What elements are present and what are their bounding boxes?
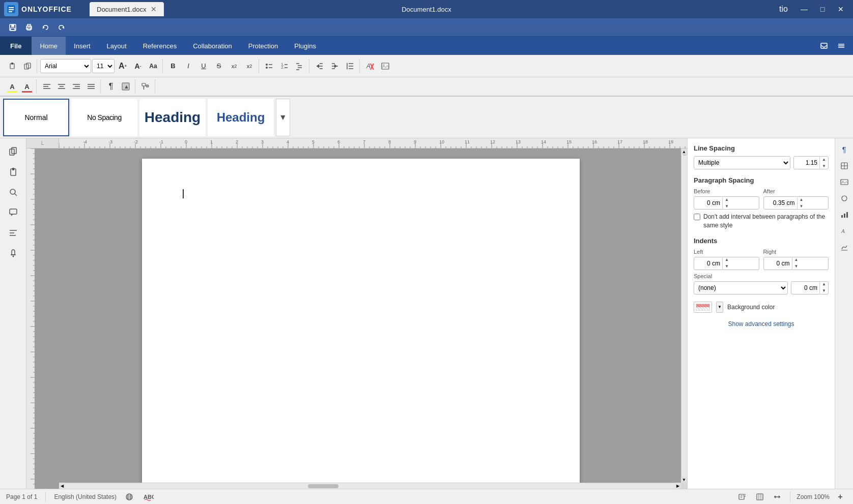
redo-button[interactable] — [54, 20, 69, 35]
numbering-button[interactable]: 1.2. — [277, 59, 292, 73]
search-sidebar-btn[interactable] — [4, 183, 22, 201]
increase-indent-button[interactable] — [328, 59, 342, 73]
menu-home[interactable]: Home — [32, 37, 66, 55]
menu-protection[interactable]: Protection — [240, 37, 287, 55]
save-button[interactable] — [5, 20, 20, 35]
after-up-button[interactable]: ▲ — [798, 196, 806, 203]
minimize-button[interactable]: — — [796, 2, 812, 16]
sidebar-copy-btn[interactable] — [4, 142, 22, 161]
style-heading2[interactable]: Heading — [208, 99, 274, 136]
font-name-select[interactable]: Arial — [40, 59, 91, 73]
menu-file[interactable]: File — [0, 37, 32, 55]
shading-button[interactable]: ▲ — [119, 79, 133, 94]
indent-left-up-button[interactable]: ▲ — [723, 257, 731, 263]
right-sidebar-shape-btn[interactable] — [837, 191, 851, 205]
doc-close-button[interactable]: ✕ — [151, 5, 157, 13]
special-up-button[interactable]: ▲ — [820, 281, 828, 288]
underline-button[interactable]: U — [196, 59, 211, 73]
open-location-button[interactable] — [816, 39, 832, 53]
language-label[interactable]: English (United States) — [54, 493, 117, 500]
show-advanced-link[interactable]: Show advanced settings — [728, 320, 794, 328]
right-sidebar-para-btn[interactable]: ¶ — [837, 142, 851, 157]
strikethrough-button[interactable]: S — [212, 59, 226, 73]
align-right-button[interactable] — [69, 79, 83, 94]
after-down-button[interactable]: ▼ — [798, 203, 806, 210]
change-case-button[interactable]: Aa — [146, 59, 160, 73]
indent-right-down-button[interactable]: ▼ — [792, 263, 801, 270]
fit-to-page-button[interactable] — [753, 491, 766, 502]
hscroll-thumb[interactable] — [308, 484, 338, 488]
hscroll-right-arrow[interactable]: ▶ — [675, 483, 681, 489]
before-up-button[interactable]: ▲ — [723, 196, 731, 203]
justify-button[interactable] — [84, 79, 98, 94]
copy-button[interactable] — [20, 59, 35, 73]
page-container[interactable] — [35, 149, 687, 489]
clear-format-button[interactable]: A — [363, 59, 377, 73]
menu-insert[interactable]: Insert — [66, 37, 99, 55]
print-button[interactable] — [21, 20, 37, 35]
increase-font-button[interactable]: A+ — [116, 59, 130, 73]
menu-layout[interactable]: Layout — [99, 37, 135, 55]
indent-right-field[interactable] — [764, 260, 792, 267]
indent-left-field[interactable] — [694, 260, 722, 267]
right-sidebar-text-btn[interactable]: A — [837, 224, 851, 238]
style-nospacing[interactable]: No Spacing — [71, 99, 137, 136]
style-heading1[interactable]: Heading — [139, 99, 206, 136]
italic-button[interactable]: I — [181, 59, 195, 73]
styles-expand-button[interactable]: ▼ — [276, 99, 290, 136]
decrease-indent-button[interactable] — [312, 59, 327, 73]
right-sidebar-image-btn[interactable] — [837, 175, 851, 189]
indent-left-down-button[interactable]: ▼ — [723, 263, 731, 270]
comments-btn[interactable] — [4, 203, 22, 222]
line-spacing-value-field[interactable] — [794, 159, 819, 166]
document-page[interactable] — [142, 159, 580, 489]
line-spacing-down-button[interactable]: ▼ — [820, 163, 828, 169]
close-button[interactable]: ✕ — [833, 2, 849, 16]
undo-button[interactable] — [38, 20, 53, 35]
line-spacing-up-button[interactable]: ▲ — [820, 156, 828, 163]
special-select[interactable]: (none) — [694, 281, 788, 294]
restore-button[interactable]: □ — [814, 2, 831, 16]
fit-width-button[interactable] — [771, 491, 784, 502]
bg-color-dropdown-button[interactable]: ▼ — [716, 302, 723, 313]
right-sidebar-table-btn[interactable] — [837, 159, 851, 173]
language-globe-button[interactable] — [123, 491, 136, 502]
before-value-input[interactable]: ▲ ▼ — [694, 196, 759, 210]
decrease-font-button[interactable]: A- — [131, 59, 145, 73]
insert-image-button[interactable] — [378, 59, 392, 73]
no-interval-checkbox[interactable] — [694, 214, 700, 220]
track-changes-button[interactable] — [736, 491, 749, 502]
multilevel-list-button[interactable] — [293, 59, 307, 73]
scroll-up-arrow[interactable]: ▲ — [681, 149, 687, 155]
paste-button[interactable] — [5, 59, 19, 73]
line-spacing-value-input[interactable]: ▲ ▼ — [793, 156, 829, 169]
show-para-marks-button[interactable]: ¶ — [104, 79, 118, 94]
menu-references[interactable]: References — [135, 37, 185, 55]
align-left-button[interactable] — [40, 79, 54, 94]
font-color-button[interactable]: A — [20, 79, 34, 94]
before-down-button[interactable]: ▼ — [723, 203, 731, 210]
font-size-select[interactable]: 11 — [92, 59, 115, 73]
after-value-input[interactable]: ▲ ▼ — [763, 196, 829, 210]
right-sidebar-signature-btn[interactable] — [837, 240, 851, 254]
sidebar-paste-btn[interactable] — [4, 163, 22, 181]
line-spacing-button[interactable] — [343, 59, 357, 73]
format-painter-button[interactable] — [138, 79, 153, 94]
special-down-button[interactable]: ▼ — [820, 288, 828, 294]
doc-tab[interactable]: Document1.docx ✕ — [90, 2, 164, 16]
vertical-scrollbar[interactable] — [681, 138, 687, 489]
before-value-field[interactable] — [694, 199, 722, 206]
superscript-button[interactable]: x2 — [227, 59, 241, 73]
indent-right-up-button[interactable]: ▲ — [792, 257, 801, 263]
style-normal[interactable]: Normal — [3, 99, 69, 136]
horizontal-scrollbar[interactable] — [59, 483, 681, 489]
more-menu-button[interactable] — [834, 39, 849, 53]
subscript-button[interactable]: x2 — [242, 59, 257, 73]
special-value-input[interactable]: ▲ ▼ — [791, 281, 829, 294]
bold-button[interactable]: B — [166, 59, 180, 73]
right-sidebar-chart-btn[interactable] — [837, 207, 851, 222]
document-area[interactable]: L ▼ ▲ ◀ ▶ — [26, 138, 687, 489]
menu-plugins[interactable]: Plugins — [286, 37, 324, 55]
indent-right-input[interactable]: ▲ ▼ — [763, 257, 829, 270]
notifications-btn[interactable] — [4, 244, 22, 262]
